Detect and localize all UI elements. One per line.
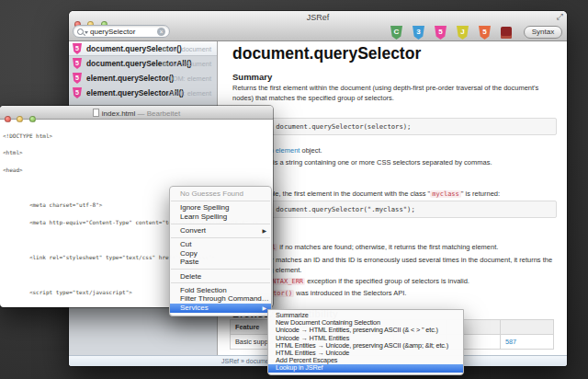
result-category: DOM: document — [162, 45, 211, 53]
menu-item-delete[interactable]: Delete — [170, 272, 271, 281]
sidebar-item-element-queryselector[interactable]: 5 element.querySelector() DOM: element — [69, 71, 217, 86]
dom-shield-icon: 5 — [73, 87, 82, 98]
window-title: JSRef — [69, 13, 567, 22]
editor-title: index.html — Bearbeitet — [0, 109, 273, 118]
sidebar-item-document-queryselector[interactable]: 5 document.querySelector() DOM: document — [69, 41, 217, 56]
book-badge-icon[interactable] — [501, 27, 512, 39]
menu-item-filter-through-command[interactable]: Filter Through Command… — [170, 294, 271, 304]
submenu-item-lookup-in-jsref[interactable]: Lookup in JSRef — [268, 364, 463, 372]
jsref-titlebar[interactable]: JSRef ⤢ × C 3 5 J 5 Syntax — [69, 11, 567, 41]
menu-separator — [171, 282, 270, 283]
edited-suffix: — Bearbeitet — [138, 109, 181, 118]
submenu-item-entities-to-unicode[interactable]: HTML Entities → Unicode — [268, 350, 463, 357]
sidebar-item-element-queryselectorall[interactable]: 5 element.querySelectorAll() DOM: elemen… — [69, 86, 217, 100]
summary-text: Returns the first element within the doc… — [232, 83, 554, 103]
example-intro: In this example, the first element in th… — [232, 189, 554, 200]
search-input[interactable] — [90, 28, 157, 36]
where-selectors-line: selectors is a string containing one or … — [232, 157, 554, 168]
syntax-button[interactable]: Syntax — [524, 26, 562, 39]
version-link[interactable]: 587 — [505, 338, 516, 346]
result-category: DOM: element — [167, 89, 211, 98]
menu-item-cut[interactable]: Cut — [170, 240, 271, 249]
result-category: DOM: element — [167, 75, 211, 83]
dom-shield-icon: 5 — [73, 58, 82, 69]
note-returns: Returns null if no matches are found; ot… — [232, 242, 554, 253]
summary-heading: Summary — [232, 72, 272, 82]
js-badge-icon[interactable]: J — [457, 26, 469, 40]
submenu-item-entities-to-unicode-ascii[interactable]: HTML Entities → Unicode, preserving ASCI… — [268, 342, 463, 350]
menu-item-services[interactable]: Services▶ — [170, 304, 271, 313]
note-throws: Throws a SYNTAX_ERR exception if the spe… — [232, 276, 554, 287]
note-introduced: querySelector() was introduced in the Se… — [232, 288, 554, 299]
css3-badge-icon[interactable]: 3 — [413, 26, 424, 40]
menu-item-fold-selection[interactable]: Fold Selection — [170, 286, 271, 295]
submenu-arrow-icon: ▶ — [262, 304, 266, 314]
menu-item-paste[interactable]: Paste — [170, 258, 271, 267]
menu-item-learn-spelling[interactable]: Learn Spelling — [170, 212, 271, 222]
context-menu: No Guesses Found Ignore Spelling Learn S… — [169, 186, 272, 316]
editor-titlebar[interactable]: index.html — Bearbeitet — [0, 106, 273, 120]
menu-separator — [171, 201, 270, 201]
submenu-item-unicode-to-entities-ascii[interactable]: Unicode → HTML Entities, preserving ASCI… — [268, 327, 463, 334]
version-link-cell: 587 — [501, 335, 554, 350]
syntax-code-block: element = document.querySelector(selecto… — [230, 118, 557, 135]
page-title: document.querySelector — [232, 44, 421, 63]
fullscreen-icon[interactable]: ⤢ — [557, 12, 563, 22]
example-code-block: element = document.querySelector(".mycla… — [230, 201, 557, 218]
submenu-arrow-icon: ▶ — [262, 227, 266, 236]
html5-badge-icon[interactable]: 5 — [479, 26, 491, 40]
menu-separator — [171, 269, 270, 270]
menu-item-ignore-spelling[interactable]: Ignore Spelling — [170, 203, 271, 212]
code-line: <head> — [3, 167, 271, 173]
element-link[interactable]: element — [276, 146, 300, 155]
clear-search-icon[interactable]: × — [157, 28, 165, 36]
desktop-background: JSRef ⤢ × C 3 5 J 5 Syntax 5 — [0, 0, 588, 379]
submenu-item-new-document[interactable]: New Document Containing Selection — [268, 319, 463, 327]
search-icon — [77, 29, 84, 35]
submenu-item-add-percent-escapes[interactable]: Add Percent Escapes — [268, 357, 463, 364]
result-category: DOM: document — [162, 60, 211, 68]
note-id: If the selector matches an ID and this I… — [232, 255, 561, 275]
document-icon — [93, 109, 99, 117]
search-field[interactable]: × — [73, 25, 170, 38]
where-element-line: element is an element object. — [232, 145, 554, 155]
css-badge-icon[interactable]: C — [390, 26, 402, 40]
code-line: <html> — [3, 150, 271, 155]
menu-separator — [171, 237, 270, 238]
services-submenu: Summarize New Document Containing Select… — [267, 309, 464, 375]
menu-separator — [171, 224, 270, 224]
menu-item-no-guesses: No Guesses Found — [170, 190, 271, 199]
dom-shield-icon: 5 — [73, 73, 82, 84]
menu-item-copy[interactable]: Copy — [170, 249, 271, 258]
submenu-item-unicode-to-entities[interactable]: Unicode → HTML Entities — [268, 335, 463, 342]
sidebar-item-document-queryselectorall[interactable]: 5 document.querySelectorAll() DOM: docum… — [69, 56, 217, 71]
submenu-item-summarize[interactable]: Summarize — [268, 312, 463, 319]
result-label: element.querySelector() — [86, 74, 174, 83]
code-line: <!DOCTYPE html> — [3, 133, 271, 139]
menu-item-convert[interactable]: Convert▶ — [170, 226, 271, 235]
dom-shield-icon: 5 — [73, 43, 82, 54]
search-scope-caret-icon[interactable] — [85, 31, 88, 34]
dom-badge-icon[interactable]: 5 — [435, 26, 447, 40]
